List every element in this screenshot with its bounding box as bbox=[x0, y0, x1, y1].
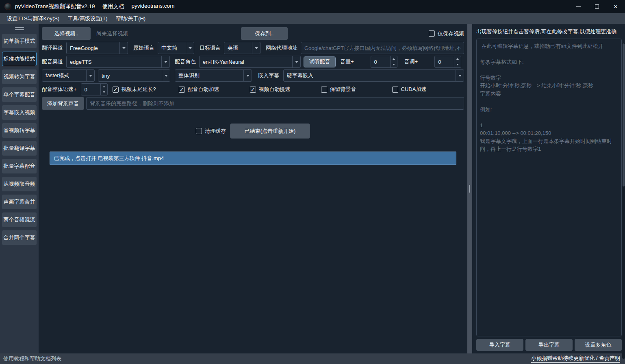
close-icon: ✕ bbox=[614, 4, 618, 10]
minimize-button[interactable] bbox=[569, 0, 588, 13]
recognition-select[interactable]: 整体识别 bbox=[175, 69, 252, 82]
translate-channel-label: 翻译渠道 bbox=[42, 44, 63, 52]
proxy-input[interactable] bbox=[301, 45, 464, 51]
donate-disclaimer-link[interactable]: 小额捐赠帮助待续更新优化 / 免责声明 bbox=[531, 355, 620, 363]
model-mode-select[interactable]: faster模式 bbox=[42, 69, 95, 82]
chevron-down-icon bbox=[186, 42, 194, 54]
speed-input[interactable] bbox=[81, 87, 100, 93]
speed-spinner[interactable] bbox=[81, 83, 108, 95]
menu-tools[interactable]: 工具/高级设置(T) bbox=[64, 13, 111, 24]
panel-splitter[interactable] bbox=[467, 24, 472, 353]
sidebar-item-srt-dubbing[interactable]: 单个字幕配音 bbox=[2, 87, 37, 102]
proxy-input-wrap bbox=[301, 42, 464, 54]
app-window: pyVideoTrans视频翻译配音v2.19 使用文档 pyvideotran… bbox=[0, 0, 625, 364]
sidebar-item-video-to-srt[interactable]: 视频转为字幕 bbox=[2, 69, 37, 84]
keep-background-checkbox[interactable]: 保留背景音 bbox=[321, 86, 392, 93]
sidebar-item-av-srt-merge[interactable]: 声画字幕合并 bbox=[2, 195, 37, 209]
sidebar-item-extract-audio[interactable]: 从视频取音频 bbox=[2, 177, 37, 191]
sidebar-item-batch-dub[interactable]: 批量字幕配音 bbox=[2, 159, 37, 173]
video-extend-checkbox[interactable]: 视频末尾延长? bbox=[113, 86, 179, 93]
translate-channel-select[interactable]: FreeGoogle bbox=[66, 42, 128, 54]
add-bgm-button[interactable]: 添加背景声音 bbox=[42, 97, 84, 110]
save-to-button[interactable]: 保存到.. bbox=[241, 27, 288, 40]
cuda-checkbox[interactable]: CUDA加速 bbox=[392, 86, 427, 93]
import-subtitle-button[interactable]: 导入字幕 bbox=[476, 339, 523, 351]
app-icon bbox=[4, 3, 11, 10]
bgm-path-input[interactable] bbox=[87, 100, 464, 106]
sidebar-item-batch-translate[interactable]: 批量翻译字幕 bbox=[2, 141, 37, 156]
statusbar: 使用教程和帮助文档列表 小额捐赠帮助待续更新优化 / 免责声明 bbox=[0, 353, 625, 364]
pitch-spinner[interactable] bbox=[434, 56, 461, 68]
only-save-video-checkbox[interactable]: 仅保存视频 bbox=[429, 30, 464, 37]
chevron-down-icon bbox=[456, 70, 464, 81]
clear-cache-checkbox[interactable]: 清理缓存 bbox=[196, 128, 226, 135]
proxy-label: 网络代理地址 bbox=[266, 44, 297, 52]
select-video-button[interactable]: 选择视频.. bbox=[42, 27, 91, 40]
speed-label: 配音整体语速+ bbox=[42, 86, 77, 93]
spin-down-icon[interactable] bbox=[101, 89, 107, 95]
export-subtitle-button[interactable]: 导出字幕 bbox=[525, 339, 573, 351]
chevron-down-icon bbox=[86, 70, 94, 81]
menu-help[interactable]: 帮助/关于(H) bbox=[112, 13, 150, 24]
spin-down-icon[interactable] bbox=[454, 62, 461, 67]
doc-link[interactable]: 使用文档 bbox=[102, 3, 124, 10]
site-link[interactable]: pyvideotrans.com bbox=[132, 3, 175, 10]
target-lang-label: 目标语言 bbox=[200, 44, 221, 52]
start-button[interactable]: 已结束(点击重新开始) bbox=[230, 124, 310, 139]
dub-auto-speedup-checkbox[interactable]: 配音自动加速 bbox=[179, 86, 250, 93]
help-docs-link[interactable]: 使用教程和帮助文档列表 bbox=[3, 355, 61, 362]
menu-tts-key[interactable]: 设置TTS与翻译Key(S) bbox=[3, 13, 63, 24]
dub-role-label: 配音角色 bbox=[175, 58, 196, 65]
spin-up-icon[interactable] bbox=[101, 84, 107, 89]
checkbox-icon[interactable] bbox=[113, 87, 119, 93]
sidebar-item-standard-mode[interactable]: 标准功能模式 bbox=[2, 52, 37, 66]
set-roles-button[interactable]: 设置多角色 bbox=[575, 339, 622, 351]
sidebar-item-mix-audio[interactable]: 两个音频混流 bbox=[2, 212, 37, 227]
spin-up-icon[interactable] bbox=[454, 56, 461, 62]
sidebar-drag-handle-icon[interactable] bbox=[15, 26, 24, 30]
subtitle-editor[interactable] bbox=[476, 39, 622, 336]
checkbox-icon[interactable] bbox=[179, 87, 185, 93]
only-save-video-box-icon[interactable] bbox=[429, 30, 435, 37]
pause-tip-text: 出现暂停按钮并点击暂停后,可在此修改字幕,以便处理更准确 bbox=[476, 28, 622, 35]
source-lang-label: 原始语言 bbox=[133, 44, 154, 52]
pitch-input[interactable] bbox=[435, 59, 454, 65]
model-size-select[interactable]: tiny bbox=[98, 69, 170, 82]
scrollbar-thumb[interactable] bbox=[623, 43, 625, 186]
chevron-down-icon bbox=[119, 42, 128, 54]
dub-role-select[interactable]: en-HK-YanNeural bbox=[199, 56, 301, 68]
sidebar-item-merge-srt[interactable]: 合并两个字幕 bbox=[2, 230, 37, 245]
bgm-input-wrap bbox=[86, 97, 464, 110]
main-panel: 选择视频.. 尚未选择视频 保存到.. 仅保存视频 翻译渠道 FreeGoogl… bbox=[39, 24, 467, 353]
sidebar-item-audio-to-srt[interactable]: 音视频转字幕 bbox=[2, 123, 37, 138]
embed-subtitle-select[interactable]: 硬字幕嵌入 bbox=[283, 69, 464, 82]
checkbox-icon[interactable] bbox=[250, 87, 256, 93]
volume-input[interactable] bbox=[371, 59, 390, 65]
close-button[interactable]: ✕ bbox=[606, 0, 625, 13]
volume-label: 音量+ bbox=[340, 58, 354, 65]
sidebar-item-simple-mode[interactable]: 简单新手模式 bbox=[2, 34, 37, 48]
volume-spinner[interactable] bbox=[371, 56, 397, 68]
checkbox-icon[interactable] bbox=[196, 128, 202, 134]
video-auto-slow-checkbox[interactable]: 视频自动慢速 bbox=[250, 86, 321, 93]
checkbox-icon[interactable] bbox=[392, 87, 398, 93]
scrollbar-track[interactable] bbox=[622, 43, 625, 359]
minimize-icon bbox=[576, 6, 581, 7]
no-video-label: 尚未选择视频 bbox=[96, 30, 128, 37]
spin-down-icon[interactable] bbox=[391, 62, 397, 67]
sidebar-item-embed-srt[interactable]: 字幕嵌入视频 bbox=[2, 105, 37, 120]
embed-subtitle-label: 嵌入字幕 bbox=[258, 72, 279, 79]
dub-channel-select[interactable]: edgeTTS bbox=[66, 56, 170, 68]
listen-dub-button[interactable]: 试听配音 bbox=[304, 56, 336, 67]
maximize-button[interactable] bbox=[588, 0, 606, 13]
spin-up-icon[interactable] bbox=[391, 56, 397, 62]
checkbox-icon[interactable] bbox=[321, 87, 327, 93]
sidebar: 简单新手模式 标准功能模式 视频转为字幕 单个字幕配音 字幕嵌入视频 音视频转字… bbox=[0, 24, 39, 353]
dub-channel-label: 配音渠道 bbox=[42, 58, 63, 65]
chevron-down-icon bbox=[161, 56, 169, 67]
titlebar: pyVideoTrans视频翻译配音v2.19 使用文档 pyvideotran… bbox=[0, 0, 625, 13]
chevron-down-icon bbox=[243, 70, 252, 81]
target-lang-select[interactable]: 英语 bbox=[224, 42, 260, 54]
source-lang-select[interactable]: 中文简 bbox=[158, 42, 194, 54]
result-item[interactable]: 已完成，点击打开 电视装第三方软件 抖音.mp4 bbox=[50, 152, 456, 165]
